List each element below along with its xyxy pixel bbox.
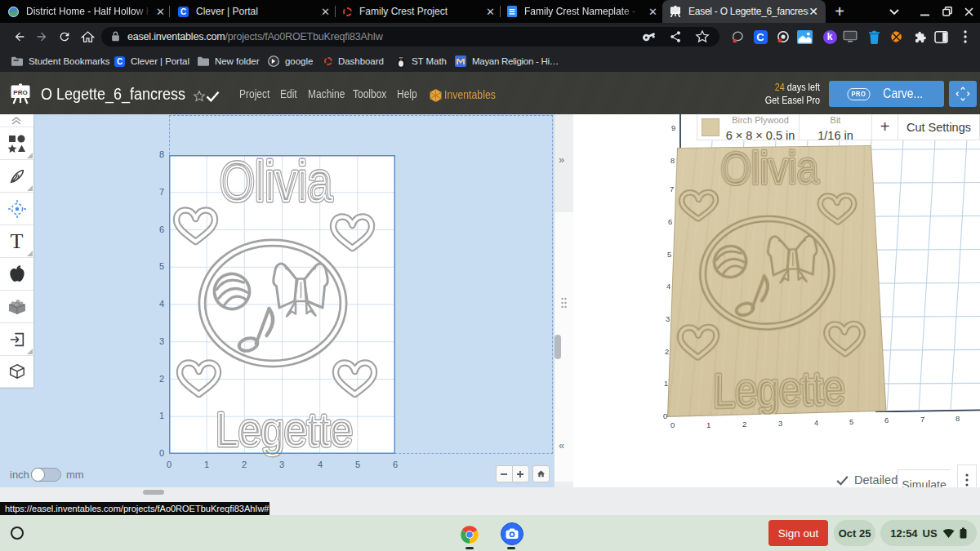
svg-text:PRO: PRO [13,89,27,96]
